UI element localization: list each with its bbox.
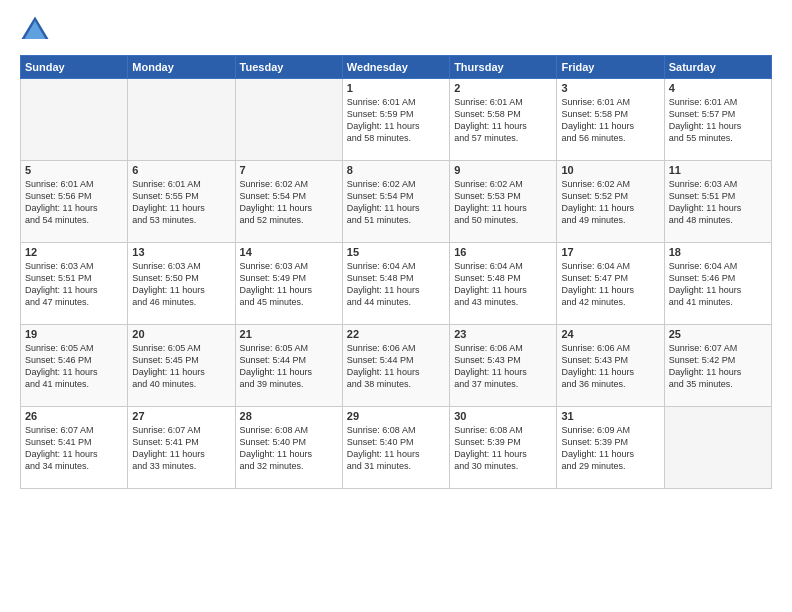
day-number: 17 [561, 246, 659, 258]
calendar-cell: 11Sunrise: 6:03 AM Sunset: 5:51 PM Dayli… [664, 161, 771, 243]
calendar-cell [235, 79, 342, 161]
day-number: 25 [669, 328, 767, 340]
weekday-header-tuesday: Tuesday [235, 56, 342, 79]
day-info: Sunrise: 6:02 AM Sunset: 5:54 PM Dayligh… [347, 178, 445, 227]
day-info: Sunrise: 6:08 AM Sunset: 5:40 PM Dayligh… [347, 424, 445, 473]
day-number: 8 [347, 164, 445, 176]
calendar-cell: 8Sunrise: 6:02 AM Sunset: 5:54 PM Daylig… [342, 161, 449, 243]
day-info: Sunrise: 6:08 AM Sunset: 5:40 PM Dayligh… [240, 424, 338, 473]
day-number: 2 [454, 82, 552, 94]
day-info: Sunrise: 6:05 AM Sunset: 5:46 PM Dayligh… [25, 342, 123, 391]
calendar-cell: 25Sunrise: 6:07 AM Sunset: 5:42 PM Dayli… [664, 325, 771, 407]
day-number: 24 [561, 328, 659, 340]
calendar-cell: 9Sunrise: 6:02 AM Sunset: 5:53 PM Daylig… [450, 161, 557, 243]
day-info: Sunrise: 6:05 AM Sunset: 5:44 PM Dayligh… [240, 342, 338, 391]
day-info: Sunrise: 6:06 AM Sunset: 5:44 PM Dayligh… [347, 342, 445, 391]
calendar-week-1: 1Sunrise: 6:01 AM Sunset: 5:59 PM Daylig… [21, 79, 772, 161]
calendar-cell: 18Sunrise: 6:04 AM Sunset: 5:46 PM Dayli… [664, 243, 771, 325]
day-info: Sunrise: 6:02 AM Sunset: 5:52 PM Dayligh… [561, 178, 659, 227]
calendar-cell: 31Sunrise: 6:09 AM Sunset: 5:39 PM Dayli… [557, 407, 664, 489]
weekday-header-thursday: Thursday [450, 56, 557, 79]
calendar-cell: 17Sunrise: 6:04 AM Sunset: 5:47 PM Dayli… [557, 243, 664, 325]
day-info: Sunrise: 6:02 AM Sunset: 5:53 PM Dayligh… [454, 178, 552, 227]
calendar-week-3: 12Sunrise: 6:03 AM Sunset: 5:51 PM Dayli… [21, 243, 772, 325]
weekday-header-sunday: Sunday [21, 56, 128, 79]
calendar-cell [128, 79, 235, 161]
day-number: 31 [561, 410, 659, 422]
weekday-header-saturday: Saturday [664, 56, 771, 79]
weekday-header-wednesday: Wednesday [342, 56, 449, 79]
day-number: 22 [347, 328, 445, 340]
day-info: Sunrise: 6:06 AM Sunset: 5:43 PM Dayligh… [454, 342, 552, 391]
day-number: 14 [240, 246, 338, 258]
day-info: Sunrise: 6:01 AM Sunset: 5:58 PM Dayligh… [454, 96, 552, 145]
day-number: 10 [561, 164, 659, 176]
day-info: Sunrise: 6:07 AM Sunset: 5:42 PM Dayligh… [669, 342, 767, 391]
day-number: 5 [25, 164, 123, 176]
calendar-cell: 2Sunrise: 6:01 AM Sunset: 5:58 PM Daylig… [450, 79, 557, 161]
calendar-cell: 3Sunrise: 6:01 AM Sunset: 5:58 PM Daylig… [557, 79, 664, 161]
day-number: 20 [132, 328, 230, 340]
day-number: 7 [240, 164, 338, 176]
day-number: 4 [669, 82, 767, 94]
calendar-cell [21, 79, 128, 161]
calendar-cell: 14Sunrise: 6:03 AM Sunset: 5:49 PM Dayli… [235, 243, 342, 325]
calendar-week-4: 19Sunrise: 6:05 AM Sunset: 5:46 PM Dayli… [21, 325, 772, 407]
calendar-table: SundayMondayTuesdayWednesdayThursdayFrid… [20, 55, 772, 489]
header [20, 15, 772, 45]
day-number: 11 [669, 164, 767, 176]
day-info: Sunrise: 6:07 AM Sunset: 5:41 PM Dayligh… [25, 424, 123, 473]
day-number: 18 [669, 246, 767, 258]
day-number: 12 [25, 246, 123, 258]
calendar-cell: 19Sunrise: 6:05 AM Sunset: 5:46 PM Dayli… [21, 325, 128, 407]
day-number: 13 [132, 246, 230, 258]
logo-icon [20, 15, 50, 45]
weekday-header-monday: Monday [128, 56, 235, 79]
day-number: 6 [132, 164, 230, 176]
day-info: Sunrise: 6:01 AM Sunset: 5:56 PM Dayligh… [25, 178, 123, 227]
day-number: 29 [347, 410, 445, 422]
day-number: 3 [561, 82, 659, 94]
calendar-week-2: 5Sunrise: 6:01 AM Sunset: 5:56 PM Daylig… [21, 161, 772, 243]
calendar-cell: 22Sunrise: 6:06 AM Sunset: 5:44 PM Dayli… [342, 325, 449, 407]
day-number: 28 [240, 410, 338, 422]
day-info: Sunrise: 6:03 AM Sunset: 5:51 PM Dayligh… [25, 260, 123, 309]
logo [20, 15, 54, 45]
calendar-cell: 26Sunrise: 6:07 AM Sunset: 5:41 PM Dayli… [21, 407, 128, 489]
day-info: Sunrise: 6:03 AM Sunset: 5:50 PM Dayligh… [132, 260, 230, 309]
day-info: Sunrise: 6:01 AM Sunset: 5:58 PM Dayligh… [561, 96, 659, 145]
calendar-cell: 30Sunrise: 6:08 AM Sunset: 5:39 PM Dayli… [450, 407, 557, 489]
day-number: 30 [454, 410, 552, 422]
day-info: Sunrise: 6:04 AM Sunset: 5:47 PM Dayligh… [561, 260, 659, 309]
calendar-cell: 1Sunrise: 6:01 AM Sunset: 5:59 PM Daylig… [342, 79, 449, 161]
calendar-cell: 20Sunrise: 6:05 AM Sunset: 5:45 PM Dayli… [128, 325, 235, 407]
day-info: Sunrise: 6:03 AM Sunset: 5:49 PM Dayligh… [240, 260, 338, 309]
day-number: 23 [454, 328, 552, 340]
calendar-cell: 16Sunrise: 6:04 AM Sunset: 5:48 PM Dayli… [450, 243, 557, 325]
calendar-cell [664, 407, 771, 489]
day-number: 19 [25, 328, 123, 340]
calendar-cell: 13Sunrise: 6:03 AM Sunset: 5:50 PM Dayli… [128, 243, 235, 325]
calendar-week-5: 26Sunrise: 6:07 AM Sunset: 5:41 PM Dayli… [21, 407, 772, 489]
calendar-cell: 12Sunrise: 6:03 AM Sunset: 5:51 PM Dayli… [21, 243, 128, 325]
day-info: Sunrise: 6:04 AM Sunset: 5:48 PM Dayligh… [454, 260, 552, 309]
calendar-cell: 21Sunrise: 6:05 AM Sunset: 5:44 PM Dayli… [235, 325, 342, 407]
day-info: Sunrise: 6:02 AM Sunset: 5:54 PM Dayligh… [240, 178, 338, 227]
calendar-cell: 24Sunrise: 6:06 AM Sunset: 5:43 PM Dayli… [557, 325, 664, 407]
day-number: 15 [347, 246, 445, 258]
day-info: Sunrise: 6:03 AM Sunset: 5:51 PM Dayligh… [669, 178, 767, 227]
day-number: 27 [132, 410, 230, 422]
day-info: Sunrise: 6:08 AM Sunset: 5:39 PM Dayligh… [454, 424, 552, 473]
calendar-cell: 10Sunrise: 6:02 AM Sunset: 5:52 PM Dayli… [557, 161, 664, 243]
calendar-cell: 29Sunrise: 6:08 AM Sunset: 5:40 PM Dayli… [342, 407, 449, 489]
day-info: Sunrise: 6:09 AM Sunset: 5:39 PM Dayligh… [561, 424, 659, 473]
calendar-cell: 15Sunrise: 6:04 AM Sunset: 5:48 PM Dayli… [342, 243, 449, 325]
calendar-cell: 6Sunrise: 6:01 AM Sunset: 5:55 PM Daylig… [128, 161, 235, 243]
day-info: Sunrise: 6:01 AM Sunset: 5:55 PM Dayligh… [132, 178, 230, 227]
day-info: Sunrise: 6:04 AM Sunset: 5:48 PM Dayligh… [347, 260, 445, 309]
page: SundayMondayTuesdayWednesdayThursdayFrid… [0, 0, 792, 612]
calendar-cell: 7Sunrise: 6:02 AM Sunset: 5:54 PM Daylig… [235, 161, 342, 243]
day-info: Sunrise: 6:04 AM Sunset: 5:46 PM Dayligh… [669, 260, 767, 309]
day-number: 16 [454, 246, 552, 258]
day-info: Sunrise: 6:05 AM Sunset: 5:45 PM Dayligh… [132, 342, 230, 391]
